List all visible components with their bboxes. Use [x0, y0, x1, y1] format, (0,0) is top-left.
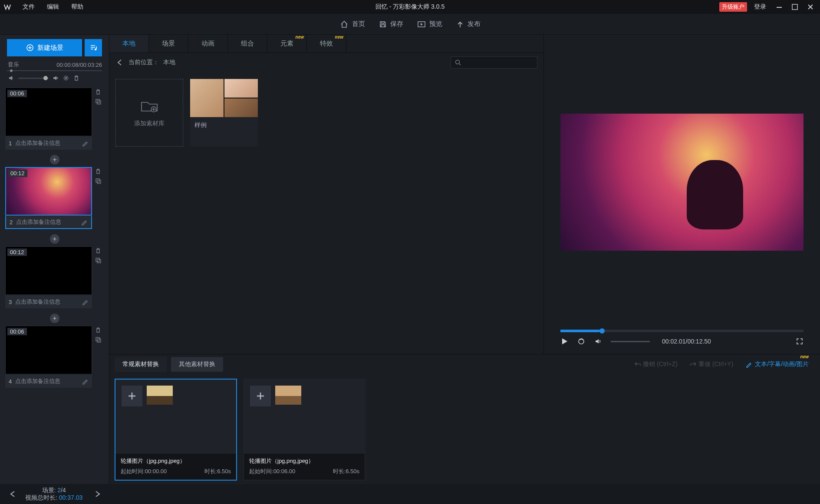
preview-frame — [560, 114, 804, 251]
tab-local[interactable]: 本地 — [109, 35, 149, 52]
text-subtitle-link[interactable]: 文本/字幕/动画/图片 new — [745, 360, 809, 368]
add-scene-between-button[interactable] — [50, 234, 59, 244]
menu-file[interactable]: 文件 — [16, 3, 41, 11]
scene-delete-icon[interactable] — [95, 88, 102, 95]
sample-folder[interactable]: 样例 — [190, 79, 258, 147]
svg-point-16 — [579, 339, 584, 344]
material-title: 轮播图片（jpg,png,jpeg） — [121, 457, 231, 465]
volume-icon[interactable] — [594, 337, 602, 345]
scene-delete-icon[interactable] — [95, 168, 102, 175]
path-label: 当前位置： — [128, 59, 159, 66]
scene-caption[interactable]: 3 点击添加备注信息 — [5, 295, 92, 308]
redo-icon — [690, 360, 697, 367]
add-library-button[interactable]: 添加素材库 — [115, 79, 183, 147]
asset-tabs: 本地 场景 动画 组合 元素new 特效new — [109, 35, 543, 53]
home-icon — [340, 20, 349, 29]
scene-delete-icon[interactable] — [95, 247, 102, 254]
tab-element[interactable]: 元素new — [267, 35, 307, 52]
next-scene-button[interactable] — [93, 489, 102, 499]
close-button[interactable] — [804, 2, 817, 12]
material-panel: 常规素材替换 其他素材替换 撤销 (Ctrl+Z) 重做 (Ctrl+Y) 文本… — [109, 354, 820, 484]
new-scene-button[interactable]: 新建场景 — [7, 39, 82, 56]
asset-search-input[interactable] — [451, 56, 537, 69]
scene-copy-icon[interactable] — [95, 257, 102, 264]
scene-caption[interactable]: 2 点击添加备注信息 — [5, 216, 92, 229]
volume-up-icon[interactable] — [52, 75, 59, 82]
tab-combo[interactable]: 组合 — [228, 35, 267, 52]
scene-copy-icon[interactable] — [95, 177, 102, 184]
music-delete-icon[interactable] — [73, 75, 80, 82]
music-volume-slider[interactable] — [18, 78, 49, 79]
svg-rect-7 — [97, 101, 101, 104]
new-badge: new — [296, 35, 304, 39]
menu-edit[interactable]: 编辑 — [41, 3, 65, 11]
tab-animation[interactable]: 动画 — [188, 35, 228, 52]
scene-item-1[interactable]: 00:06 1 点击添加备注信息 — [5, 88, 104, 150]
scene-list-toggle-button[interactable] — [85, 39, 102, 56]
redo-button[interactable]: 重做 (Ctrl+Y) — [690, 360, 733, 368]
scene-thumbnail[interactable]: 00:06 — [5, 88, 92, 136]
music-settings-icon[interactable] — [63, 75, 69, 82]
tab-regular-replace[interactable]: 常规素材替换 — [115, 357, 167, 372]
menu-help[interactable]: 帮助 — [65, 3, 89, 11]
edit-caption-icon[interactable] — [81, 219, 88, 226]
status-total-duration: 00:37.03 — [59, 494, 83, 501]
material-start: 起始时间:00:06.00 — [249, 468, 295, 475]
scene-item-4[interactable]: 00:06 4 点击添加备注信息 — [5, 326, 104, 388]
prev-scene-button[interactable] — [8, 489, 17, 499]
save-label: 保存 — [390, 20, 403, 28]
scene-thumbnail[interactable]: 00:12 — [5, 246, 92, 295]
action-bar: 首页 保存 预览 发布 — [0, 14, 820, 35]
scene-thumbnail[interactable]: 00:06 — [5, 326, 92, 374]
music-progress-slider[interactable] — [0, 69, 109, 73]
scene-item-3[interactable]: 00:12 3 点击添加备注信息 — [5, 246, 104, 308]
save-button[interactable]: 保存 — [379, 20, 403, 28]
maximize-button[interactable] — [789, 2, 801, 12]
preview-scrubber[interactable] — [560, 330, 804, 332]
add-material-button[interactable] — [250, 386, 271, 406]
edit-caption-icon[interactable] — [82, 140, 89, 147]
edit-caption-icon[interactable] — [82, 378, 89, 385]
scene-caption[interactable]: 4 点击添加备注信息 — [5, 375, 92, 388]
tab-effect[interactable]: 特效new — [307, 35, 346, 52]
undo-button[interactable]: 撤销 (Ctrl+Z) — [634, 360, 678, 368]
preview-volume-slider[interactable] — [611, 341, 650, 342]
minimize-button[interactable] — [773, 2, 785, 12]
volume-down-icon[interactable] — [8, 75, 15, 82]
scene-copy-icon[interactable] — [95, 336, 102, 343]
login-button[interactable]: 登录 — [751, 3, 770, 11]
fullscreen-button[interactable] — [796, 337, 804, 345]
play-button[interactable] — [560, 337, 568, 345]
list-music-icon — [89, 43, 98, 52]
add-material-button[interactable] — [122, 386, 142, 406]
scene-list: 00:06 1 点击添加备注信息 — [0, 86, 109, 484]
tab-scene[interactable]: 场景 — [149, 35, 188, 52]
scene-caption[interactable]: 1 点击添加备注信息 — [5, 137, 92, 150]
loop-button[interactable] — [577, 337, 586, 346]
preview-controls: 00:02.01/00:12.50 — [544, 332, 820, 354]
material-card-1[interactable]: 轮播图片（jpg,png,jpeg） 起始时间:00:00.00 时长:6.50… — [115, 379, 237, 481]
scene-copy-icon[interactable] — [95, 98, 102, 105]
back-button[interactable] — [115, 58, 124, 67]
add-scene-between-button[interactable] — [50, 155, 59, 164]
scene-thumbnail[interactable]: 00:12 — [5, 167, 92, 216]
add-scene-between-button[interactable] — [50, 314, 59, 323]
material-thumbnail — [147, 386, 173, 405]
preview-icon — [417, 20, 426, 29]
pencil-icon — [745, 361, 752, 368]
home-button[interactable]: 首页 — [340, 20, 365, 29]
new-badge: new — [335, 35, 343, 39]
preview-label: 预览 — [429, 20, 442, 28]
tab-other-replace[interactable]: 其他素材替换 — [171, 357, 223, 372]
scene-item-2[interactable]: 00:12 2 点击添加备注信息 — [5, 167, 104, 229]
scene-index: 4 — [9, 378, 12, 385]
svg-rect-8 — [96, 179, 99, 182]
publish-button[interactable]: 发布 — [456, 20, 481, 28]
folder-plus-icon — [140, 98, 159, 114]
new-badge: new — [800, 354, 809, 359]
material-card-2[interactable]: 轮播图片（jpg,png,jpeg） 起始时间:00:06.00 时长:6.50… — [243, 379, 366, 481]
upgrade-account-button[interactable]: 升级账户 — [719, 2, 747, 12]
preview-button[interactable]: 预览 — [417, 20, 442, 29]
edit-caption-icon[interactable] — [82, 298, 89, 305]
scene-delete-icon[interactable] — [95, 327, 102, 334]
